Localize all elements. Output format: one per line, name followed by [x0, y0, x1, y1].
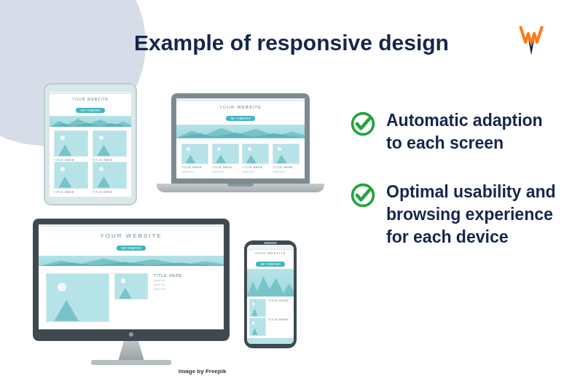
device-mockups: YOUR WEBSITE GET STARTED TITLE HERE TITL…: [33, 80, 339, 379]
image-attribution: Image by Freepik: [179, 368, 226, 375]
desktop-screen: YOUR WEBSITE GET STARTED TITLE HEREsubti…: [39, 224, 224, 329]
site-cta: GET STARTED: [256, 262, 285, 267]
benefits-list: Automatic adaption to each screen Optima…: [350, 109, 561, 248]
site-cta: GET STARTED: [226, 116, 255, 121]
tablet-device: YOUR WEBSITE GET STARTED TITLE HERE TITL…: [44, 83, 137, 205]
header: Example of responsive design: [0, 31, 583, 55]
desktop-device: YOUR WEBSITE GET STARTED TITLE HEREsubti…: [33, 219, 230, 365]
checkmark-icon: [350, 111, 376, 137]
phone-device: YOUR WEBSITE GET STARTED TITLE HERE TITL…: [244, 240, 297, 348]
benefit-item: Optimal usability and browsing experienc…: [350, 181, 561, 248]
phone-screen: YOUR WEBSITE GET STARTED TITLE HERE TITL…: [247, 245, 294, 344]
benefit-item: Automatic adaption to each screen: [350, 109, 561, 154]
page-title: Example of responsive design: [0, 31, 583, 55]
benefit-text: Automatic adaption to each screen: [386, 109, 561, 154]
tablet-screen: YOUR WEBSITE GET STARTED TITLE HERE TITL…: [50, 92, 131, 197]
site-title: YOUR WEBSITE: [247, 251, 294, 255]
benefit-text: Optimal usability and browsing experienc…: [386, 181, 561, 248]
site-title: YOUR WEBSITE: [50, 97, 131, 101]
laptop-screen: YOUR WEBSITE GET STARTED TITLE HEREsubti…: [176, 98, 305, 179]
laptop-device: YOUR WEBSITE GET STARTED TITLE HEREsubti…: [157, 93, 324, 192]
brand-w-icon: [519, 25, 544, 57]
checkmark-icon: [350, 182, 376, 208]
site-cta: GET STARTED: [117, 246, 146, 251]
site-title: YOUR WEBSITE: [176, 105, 305, 109]
site-cta: GET STARTED: [76, 108, 105, 113]
site-title: YOUR WEBSITE: [39, 232, 224, 239]
